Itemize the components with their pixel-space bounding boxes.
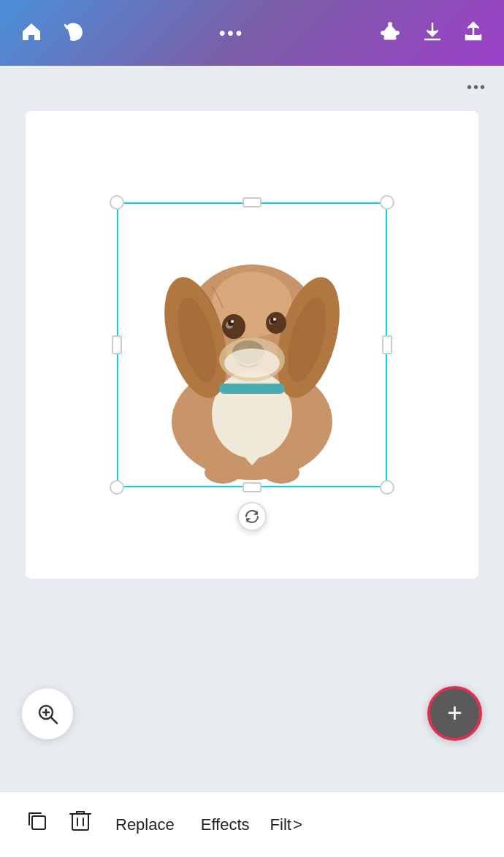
svg-rect-35 xyxy=(72,814,88,830)
effects-button[interactable]: Effects xyxy=(188,792,263,857)
main-canvas-area: ••• xyxy=(0,66,504,643)
handle-bottom-center[interactable] xyxy=(243,482,261,492)
home-icon[interactable] xyxy=(20,21,42,45)
canvas[interactable] xyxy=(26,111,478,579)
handle-right-center[interactable] xyxy=(382,335,392,354)
svg-rect-4 xyxy=(384,37,396,39)
more-options-icon[interactable]: ••• xyxy=(219,24,244,42)
handle-left-center[interactable] xyxy=(112,335,122,354)
duplicate-button[interactable] xyxy=(15,792,58,857)
selection-border xyxy=(117,202,387,487)
header-right-controls xyxy=(378,20,484,45)
undo-icon[interactable] xyxy=(63,21,85,45)
download-icon[interactable] xyxy=(422,20,443,45)
share-icon[interactable] xyxy=(463,20,484,45)
handle-top-center[interactable] xyxy=(243,197,261,207)
header: ••• xyxy=(0,0,504,66)
handle-top-right[interactable] xyxy=(380,195,394,210)
svg-line-31 xyxy=(51,717,57,723)
handle-top-left[interactable] xyxy=(110,195,124,210)
header-center: ••• xyxy=(219,24,244,42)
add-icon: + xyxy=(447,700,462,726)
svg-point-3 xyxy=(396,31,400,34)
svg-rect-34 xyxy=(32,816,45,829)
action-area: + xyxy=(0,643,504,784)
chevron-right-icon: > xyxy=(293,815,302,834)
filter-label: Filt xyxy=(270,815,291,834)
trash-icon xyxy=(69,808,92,838)
replace-button[interactable]: Replace xyxy=(102,792,188,857)
zoom-button[interactable] xyxy=(22,688,73,739)
bottom-toolbar: Replace Effects Filt > xyxy=(0,791,504,857)
rotate-handle[interactable] xyxy=(237,502,267,531)
handle-bottom-right[interactable] xyxy=(380,480,394,495)
svg-point-1 xyxy=(389,22,392,26)
canvas-more-options[interactable]: ••• xyxy=(467,79,486,96)
svg-point-2 xyxy=(381,31,385,34)
handle-bottom-left[interactable] xyxy=(110,480,124,495)
add-button[interactable]: + xyxy=(427,686,482,741)
delete-button[interactable] xyxy=(58,792,102,857)
image-selection-box[interactable] xyxy=(117,202,387,487)
header-left-controls xyxy=(20,21,85,45)
more-toolbar-button[interactable]: Filt > xyxy=(263,815,310,834)
crown-icon[interactable] xyxy=(378,21,402,45)
duplicate-icon xyxy=(25,809,48,837)
